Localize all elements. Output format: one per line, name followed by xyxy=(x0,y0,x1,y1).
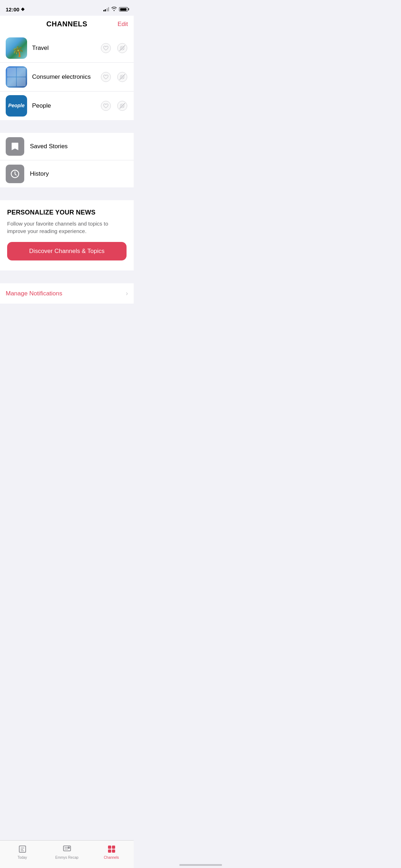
status-bar: 12:00 xyxy=(0,0,134,16)
status-time: 12:00 xyxy=(6,6,25,12)
saved-stories-label: Saved Stories xyxy=(30,143,68,150)
edit-button[interactable]: Edit xyxy=(118,21,128,28)
history-label: History xyxy=(30,170,49,177)
status-icons xyxy=(103,6,128,12)
section-separator-2 xyxy=(0,187,134,200)
page-title: CHANNELS xyxy=(46,20,87,28)
block-svg xyxy=(120,74,125,79)
channel-item-people: People People xyxy=(0,92,134,120)
svg-line-1 xyxy=(120,46,124,50)
notifications-item[interactable]: Manage Notifications › xyxy=(6,283,128,304)
history-icon xyxy=(6,165,24,183)
dismiss-icon-travel xyxy=(117,43,127,53)
dismiss-travel-button[interactable] xyxy=(117,42,128,54)
dismiss-icon-people xyxy=(117,101,127,111)
secondary-list: Saved Stories History xyxy=(0,133,134,187)
love-consumer-electronics-button[interactable] xyxy=(100,71,112,83)
bookmark-icon xyxy=(10,141,20,151)
personalize-title: PERSONALIZE YOUR NEWS xyxy=(7,209,127,216)
heart-svg xyxy=(103,74,109,79)
block-svg xyxy=(120,103,125,108)
signal-icon xyxy=(103,7,109,11)
heart-svg xyxy=(103,46,109,51)
channel-item-travel: Travel xyxy=(0,34,134,63)
love-people-button[interactable] xyxy=(100,100,112,112)
discover-button[interactable]: Discover Channels & Topics xyxy=(7,242,127,260)
dismiss-icon-consumer-electronics xyxy=(117,72,127,82)
dismiss-people-button[interactable] xyxy=(117,100,128,112)
history-item[interactable]: History xyxy=(0,160,134,187)
dismiss-consumer-electronics-button[interactable] xyxy=(117,71,128,83)
channel-name-consumer-electronics: Consumer electronics xyxy=(32,73,100,81)
channel-name-people: People xyxy=(32,102,100,109)
personalize-description: Follow your favorite channels and topics… xyxy=(7,220,127,235)
channel-actions-travel xyxy=(100,42,128,54)
channel-item-consumer-electronics: Consumer electronics xyxy=(0,63,134,92)
heart-icon-people xyxy=(101,101,111,111)
heart-svg xyxy=(103,103,109,108)
heart-icon-travel xyxy=(101,43,111,53)
notifications-section: Manage Notifications › xyxy=(0,283,134,304)
channel-actions-consumer-electronics xyxy=(100,71,128,83)
svg-line-5 xyxy=(120,104,124,107)
clock-icon xyxy=(10,169,20,179)
wifi-icon xyxy=(111,6,117,12)
section-separator-1 xyxy=(0,120,134,133)
saved-stories-item[interactable]: Saved Stories xyxy=(0,133,134,160)
notifications-label: Manage Notifications xyxy=(6,290,62,297)
channel-thumb-people: People xyxy=(6,95,27,117)
header: CHANNELS Edit xyxy=(0,16,134,34)
section-separator-4 xyxy=(0,304,134,316)
channel-actions-people xyxy=(100,100,128,112)
love-travel-button[interactable] xyxy=(100,42,112,54)
block-svg xyxy=(120,46,125,51)
section-separator-3 xyxy=(0,270,134,283)
personalize-section: PERSONALIZE YOUR NEWS Follow your favori… xyxy=(0,200,134,270)
channel-list: Travel xyxy=(0,34,134,120)
clock: 12:00 xyxy=(6,6,19,12)
channel-thumb-consumer-electronics xyxy=(6,66,27,88)
channel-thumb-travel xyxy=(6,37,27,59)
location-icon xyxy=(21,7,25,11)
battery-icon xyxy=(119,7,128,11)
chevron-right-icon: › xyxy=(126,290,128,297)
heart-icon-consumer-electronics xyxy=(101,72,111,82)
channel-name-travel: Travel xyxy=(32,45,100,52)
saved-stories-icon xyxy=(6,137,24,156)
svg-line-3 xyxy=(120,75,124,78)
